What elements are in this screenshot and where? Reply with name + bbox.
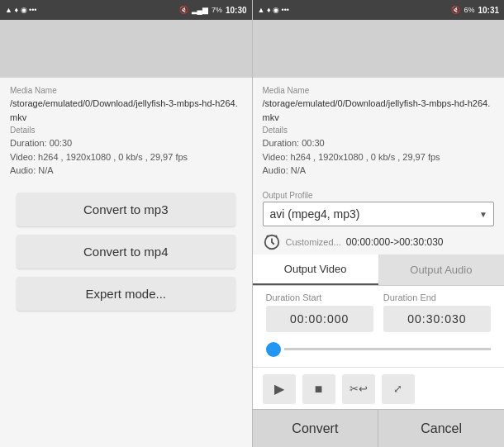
stop-icon: ■ [315, 382, 323, 397]
tab-output-video[interactable]: Output Video [253, 254, 378, 285]
right-status-right-info: 🔇 6% 10:31 [451, 6, 499, 15]
convert-mp3-button[interactable]: Convert to mp3 [17, 193, 235, 226]
tab-output-audio[interactable]: Output Audio [378, 254, 504, 285]
right-time: 10:31 [478, 6, 499, 15]
signal-icon: 7% [212, 6, 222, 14]
slider-row [266, 339, 492, 360]
left-screen: ▲ ♦ ◉ ••• 🔇 ▂▄▆ 7% 10:30 Media Name /sto… [0, 0, 252, 447]
time-icon [263, 233, 281, 251]
duration-start-label: Duration Start [266, 292, 373, 302]
right-media-thumbnail [253, 20, 505, 78]
right-silent-icon: 🔇 [451, 6, 460, 14]
audio-text: Audio: N/A [10, 164, 242, 178]
duration-text: Duration: 00:30 [10, 136, 242, 150]
time-range-value: 00:00:000->00:30:030 [346, 236, 444, 248]
right-status-left-icons: ▲ ♦ ◉ ••• [258, 6, 289, 14]
right-media-name-value: /storage/emulated/0/Download/jellyfish-3… [263, 97, 495, 124]
duration-row: Duration Start Duration End [266, 292, 492, 332]
right-duration-text: Duration: 00:30 [263, 136, 495, 150]
right-details-label: Details [263, 124, 495, 136]
convert-mp4-button[interactable]: Convert to mp4 [17, 235, 235, 269]
right-media-name-label: Media Name [263, 84, 495, 97]
right-screen: ▲ ♦ ◉ ••• 🔇 6% 10:31 Media Name /storage… [253, 0, 505, 447]
stop-button[interactable]: ■ [302, 374, 335, 404]
right-notification-icons: ▲ ♦ ◉ ••• [258, 6, 289, 14]
status-left-icons: ▲ ♦ ◉ ••• [5, 6, 36, 14]
left-status-bar: ▲ ♦ ◉ ••• 🔇 ▂▄▆ 7% 10:30 [0, 0, 252, 20]
slider-track [284, 348, 492, 350]
more-button[interactable]: ⤢ [382, 374, 415, 404]
slider-thumb[interactable] [266, 342, 281, 357]
status-right-info: 🔇 ▂▄▆ 7% 10:30 [179, 6, 247, 15]
duration-end-field: Duration End [383, 292, 491, 332]
convert-button[interactable]: Convert [253, 409, 378, 447]
wifi-icon: ▂▄▆ [192, 6, 208, 14]
output-profile-section: Output Profile avi (mpeg4, mp3) [253, 184, 505, 230]
left-media-thumbnail [0, 20, 252, 78]
customized-section: Customized... 00:00:000->00:30:030 [253, 230, 505, 254]
duration-start-input[interactable] [266, 306, 373, 332]
duration-section: Duration Start Duration End [253, 286, 505, 367]
cancel-button[interactable]: Cancel [378, 409, 504, 447]
controls-row: ▶ ■ ✂↩ ⤢ [253, 367, 505, 410]
right-audio-text: Audio: N/A [263, 164, 495, 178]
silent-icon: 🔇 [179, 6, 188, 14]
left-media-info: Media Name /storage/emulated/0/Download/… [0, 78, 252, 184]
output-profile-wrapper: avi (mpeg4, mp3) [263, 202, 495, 226]
right-media-info: Media Name /storage/emulated/0/Download/… [253, 78, 505, 184]
right-signal-icon: 6% [464, 6, 474, 14]
tabs-section: Output Video Output Audio [253, 254, 505, 286]
action-buttons-container: Convert to mp3 Convert to mp4 Expert mod… [0, 184, 252, 319]
play-icon: ▶ [274, 381, 284, 397]
play-button[interactable]: ▶ [263, 374, 296, 404]
media-name-label: Media Name [10, 84, 242, 97]
right-status-bar: ▲ ♦ ◉ ••• 🔇 6% 10:31 [253, 0, 505, 20]
bottom-bar: Convert Cancel [253, 409, 505, 447]
output-profile-select[interactable]: avi (mpeg4, mp3) [263, 202, 495, 226]
output-profile-label: Output Profile [263, 191, 495, 200]
left-time: 10:30 [226, 6, 247, 15]
expert-mode-button[interactable]: Expert mode... [17, 277, 235, 311]
details-label: Details [10, 124, 242, 136]
duration-start-field: Duration Start [266, 292, 373, 332]
clip-button[interactable]: ✂↩ [342, 374, 375, 404]
clip-icon: ✂↩ [349, 383, 368, 395]
more-icon: ⤢ [393, 383, 402, 395]
video-text: Video: h264 , 1920x1080 , 0 kb/s , 29,97… [10, 150, 242, 164]
customized-label: Customized... [286, 237, 341, 247]
right-video-text: Video: h264 , 1920x1080 , 0 kb/s , 29,97… [263, 150, 495, 164]
media-name-value: /storage/emulated/0/Download/jellyfish-3… [10, 97, 242, 124]
duration-end-label: Duration End [383, 292, 491, 302]
notification-icons: ▲ ♦ ◉ ••• [5, 6, 36, 14]
duration-end-input[interactable] [383, 306, 491, 332]
